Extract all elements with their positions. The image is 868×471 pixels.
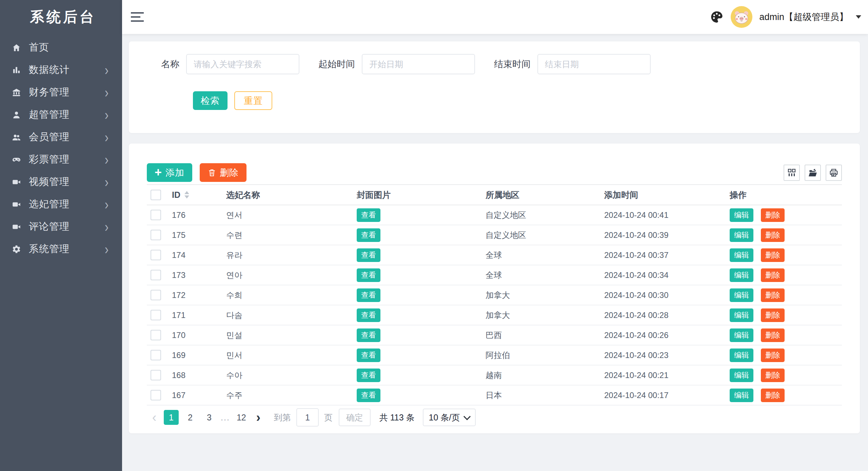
edit-button[interactable]: 编辑 [730,308,753,322]
cell-region: 日本 [478,385,597,405]
edit-button[interactable]: 编辑 [730,268,753,282]
goto-page-input[interactable] [296,408,319,427]
sidebar-item-comments[interactable]: 评论管理› [0,215,122,238]
chevron-right-icon: › [105,85,108,100]
page-button-1[interactable]: 1 [164,410,179,425]
row-checkbox[interactable] [151,290,161,300]
prev-page-button[interactable]: ‹ [147,410,162,425]
chevron-right-icon: › [105,242,108,257]
delete-button[interactable]: 删除 [761,228,785,242]
edit-button[interactable]: 编辑 [730,369,753,382]
page-button-12[interactable]: 12 [234,410,249,425]
delete-button[interactable]: 删除 [761,308,785,322]
start-date-input[interactable] [362,54,475,74]
delete-button[interactable]: 删除 [761,268,785,282]
delete-button[interactable]: 删除 [761,208,785,222]
sidebar-item-xuanfei[interactable]: 选妃管理› [0,193,122,215]
sidebar-item-admins[interactable]: 超管管理› [0,103,122,126]
sidebar-toggle-icon[interactable] [131,10,144,24]
goto-confirm-button[interactable]: 确定 [339,409,371,426]
cell-name: 수희 [219,285,349,305]
row-checkbox[interactable] [151,370,161,380]
sort-icon[interactable] [184,191,189,199]
theme-palette-icon[interactable] [710,10,724,24]
sidebar-item-stats[interactable]: 数据统计› [0,59,122,81]
view-button[interactable]: 查看 [357,208,380,222]
export-button[interactable] [805,165,821,181]
search-button[interactable]: 检索 [193,91,228,110]
users-icon [12,133,21,142]
cell-region: 加拿大 [478,305,597,325]
view-button[interactable]: 查看 [357,389,380,402]
view-button[interactable]: 查看 [357,228,380,242]
edit-button[interactable]: 编辑 [730,389,753,402]
avatar[interactable] [731,6,752,28]
edit-button[interactable]: 编辑 [730,208,753,222]
start-time-label: 起始时间 [318,58,355,70]
column-header-cover: 封面图片 [349,185,478,205]
row-checkbox[interactable] [151,270,161,280]
row-checkbox[interactable] [151,250,161,260]
sidebar-item-label: 视频管理 [29,175,70,189]
table-row: 167수주查看日本2024-10-24 00:17编辑删除 [147,385,842,405]
page-button-3[interactable]: 3 [202,410,217,425]
row-checkbox[interactable] [151,350,161,360]
sidebar-item-members[interactable]: 会员管理› [0,126,122,148]
delete-button[interactable]: 删除 [761,288,785,302]
cell-time: 2024-10-24 00:28 [597,305,722,325]
view-button[interactable]: 查看 [357,348,380,362]
cell-id: 170 [164,325,219,345]
sidebar: 系统后台 首页数据统计›财务管理›超管管理›会员管理›彩票管理›视频管理›选妃管… [0,0,122,471]
sidebar-item-home[interactable]: 首页 [0,36,122,59]
cell-id: 169 [164,345,219,365]
delete-button[interactable]: 删除 [761,248,785,262]
row-checkbox[interactable] [151,330,161,340]
columns-toggle-button[interactable] [784,165,800,181]
row-checkbox[interactable] [151,210,161,220]
sidebar-item-lottery[interactable]: 彩票管理› [0,148,122,171]
edit-button[interactable]: 编辑 [730,228,753,242]
view-button[interactable]: 查看 [357,328,380,342]
edit-button[interactable]: 编辑 [730,328,753,342]
edit-button[interactable]: 编辑 [730,288,753,302]
select-all-checkbox[interactable] [151,190,161,200]
add-button[interactable]: + 添加 [147,163,192,182]
gamepad-icon [12,155,21,164]
row-checkbox[interactable] [151,310,161,320]
page-numbers: 123...12 [162,410,251,425]
next-page-button[interactable]: › [251,410,266,425]
view-button[interactable]: 查看 [357,248,380,262]
delete-button[interactable]: 删除 [761,389,785,402]
edit-button[interactable]: 编辑 [730,348,753,362]
page-size-select[interactable]: 10 条/页 [423,409,476,426]
batch-delete-button[interactable]: 删除 [200,163,246,182]
view-button[interactable]: 查看 [357,288,380,302]
cell-region: 加拿大 [478,285,597,305]
row-checkbox[interactable] [151,390,161,400]
view-button[interactable]: 查看 [357,268,380,282]
sidebar-item-system[interactable]: 系统管理› [0,238,122,260]
row-checkbox[interactable] [151,230,161,240]
username[interactable]: admin【超级管理员】 [759,11,848,23]
print-button[interactable] [826,165,842,181]
delete-button[interactable]: 删除 [761,328,785,342]
delete-button[interactable]: 删除 [761,369,785,382]
end-date-input[interactable] [537,54,651,74]
reset-button[interactable]: 重置 [234,91,272,110]
table-wrap: ID选妃名称封面图片所属地区添加时间操作176연서查看自定义地区2024-10-… [147,184,842,406]
page-button-2[interactable]: 2 [183,410,198,425]
search-form: 名称 起始时间 结束时间 [161,54,651,74]
sidebar-item-finance[interactable]: 财务管理› [0,81,122,103]
view-button[interactable]: 查看 [357,308,380,322]
column-header-region: 所属地区 [478,185,597,205]
chevron-right-icon: › [105,197,108,212]
sidebar-item-video[interactable]: 视频管理› [0,171,122,193]
user-dropdown-caret-icon[interactable] [856,15,861,19]
delete-button[interactable]: 删除 [761,348,785,362]
cell-cover: 查看 [349,225,478,245]
column-label: ID [172,190,180,200]
edit-button[interactable]: 编辑 [730,248,753,262]
view-button[interactable]: 查看 [357,369,380,382]
cell-region: 阿拉伯 [478,345,597,365]
keyword-input[interactable] [186,54,299,74]
